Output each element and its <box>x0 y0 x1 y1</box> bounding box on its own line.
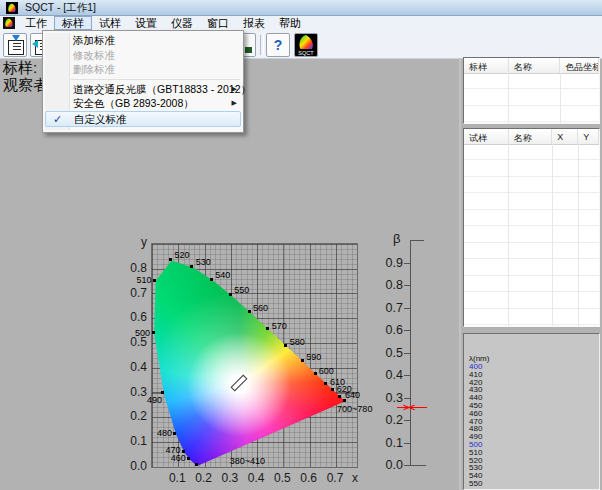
sqct-logo-icon: SQCT <box>295 34 317 56</box>
x-tick-label: 0.1 <box>167 471 187 485</box>
menu-item-5[interactable]: 窗口 <box>200 16 236 30</box>
menu-item-0[interactable]: 工作 <box>18 16 54 30</box>
wavelength-label: 530 <box>196 257 211 267</box>
wavelength-item: 530 <box>464 464 599 472</box>
window-title: SQCT - [工作1] <box>25 1 96 15</box>
locus-point-dot <box>195 463 198 466</box>
beta-tick-mark <box>404 353 410 354</box>
y-tick-label: 0.3 <box>128 385 147 399</box>
beta-tick-mark <box>404 465 410 466</box>
wavelength-label: 520 <box>175 250 190 260</box>
standard-table-body[interactable] <box>464 73 599 123</box>
column-header-2[interactable]: 色品坐标 <box>560 58 599 73</box>
beta-tick-mark <box>404 443 410 444</box>
locus-point-dot <box>301 359 304 362</box>
y-tick-label: 0.4 <box>128 360 147 374</box>
beta-tick-label: 0.9 <box>383 256 403 270</box>
locus-point-dot <box>190 265 193 268</box>
wavelength-label: 640 <box>345 390 360 400</box>
x-tick-label: 0.7 <box>325 471 345 485</box>
x-tick-label: 0.2 <box>194 471 214 485</box>
wavelength-label: 490 <box>147 395 162 405</box>
column-line <box>508 144 509 326</box>
wavelength-item: 520 <box>464 457 599 465</box>
column-header-0[interactable]: 标样 <box>464 58 509 73</box>
dropdown-item-4[interactable]: 道路交通反光膜（GBT18833 - 2012）▶ <box>43 82 243 97</box>
column-header-1[interactable]: 名称 <box>509 129 553 144</box>
cyan-left-arrow-icon <box>32 40 38 48</box>
locus-point-dot <box>169 258 172 261</box>
wavelength-label: 560 <box>253 303 268 313</box>
menu-separator <box>71 79 240 80</box>
add-standard-button[interactable] <box>3 33 27 57</box>
wavelength-label: 580 <box>290 337 305 347</box>
menu-item-2[interactable]: 试样 <box>92 16 128 30</box>
x-tick-label: 0.5 <box>272 471 292 485</box>
dropdown-item-2: 删除标准 <box>43 62 243 77</box>
column-line <box>560 73 561 123</box>
beta-axis-line <box>410 240 411 465</box>
x-tick-label: 0.4 <box>246 471 266 485</box>
wavelength-item: 420 <box>464 379 599 387</box>
blue-down-arrow-icon <box>12 35 20 41</box>
wavelength-item: 430 <box>464 386 599 394</box>
menu-item-4[interactable]: 仪器 <box>164 16 200 30</box>
sample-table: 试样名称XY <box>463 128 600 327</box>
wavelength-item: 460 <box>464 410 599 418</box>
beta-tick-mark <box>404 375 410 376</box>
panel-splitter[interactable] <box>459 58 461 490</box>
submenu-arrow-icon: ▶ <box>232 96 237 111</box>
dropdown-item-0[interactable]: 添加标准 <box>43 33 243 48</box>
locus-point-dot <box>229 293 232 296</box>
locus-point-dot <box>210 278 213 281</box>
spectrum-panel: λ(nm) 4004104204304404504604704804905005… <box>463 333 600 490</box>
beta-tick-label: 0.3 <box>383 391 403 405</box>
standard-table: 标样名称色品坐标 <box>463 57 600 124</box>
locus-point-dot <box>284 344 287 347</box>
locus-point-dot <box>173 432 176 435</box>
column-header-3[interactable]: Y <box>578 129 599 144</box>
locus-point-dot <box>153 279 156 282</box>
wavelength-item: 540 <box>464 472 599 480</box>
column-line <box>552 144 553 326</box>
wavelength-item: 470 <box>464 418 599 426</box>
wavelength-label: 380~410 <box>230 456 265 466</box>
sqct-logo-text: SQCT <box>298 50 314 56</box>
list-document-icon <box>8 40 24 55</box>
x-tick-label: 0.3 <box>220 471 240 485</box>
sample-table-body[interactable] <box>464 144 599 326</box>
y-tick-label: 0.7 <box>128 286 147 300</box>
menu-item-7[interactable]: 帮助 <box>272 16 308 30</box>
locus-point-dot <box>338 395 341 398</box>
sqct-logo-button[interactable]: SQCT <box>294 33 318 57</box>
beta-tick-label: 0.0 <box>383 458 403 472</box>
mdi-child-icon[interactable] <box>3 17 15 29</box>
dropdown-item-5[interactable]: 安全色（GB 2893-2008）▶ <box>43 96 243 111</box>
menu-item-3[interactable]: 设置 <box>128 16 164 30</box>
help-button[interactable]: ? <box>266 33 290 57</box>
y-tick-label: 0.2 <box>128 409 147 423</box>
app-icon <box>6 2 18 14</box>
wavelength-label: 510 <box>137 275 152 285</box>
locus-point-dot <box>266 327 269 330</box>
beta-axis-top-cap <box>410 240 424 241</box>
wavelength-label: 550 <box>234 285 249 295</box>
column-header-2[interactable]: X <box>552 129 578 144</box>
wavelength-item: 440 <box>464 394 599 402</box>
menu-item-6[interactable]: 报表 <box>236 16 272 30</box>
sample-table-header: 试样名称XY <box>464 129 599 145</box>
menu-item-1[interactable]: 标样 <box>54 16 92 30</box>
column-header-0[interactable]: 试样 <box>464 129 509 144</box>
beta-tick-mark <box>404 330 410 331</box>
wavelength-label: 700~780 <box>337 404 372 414</box>
wavelength-label: 540 <box>215 270 230 280</box>
beta-tick-label: 0.5 <box>383 346 403 360</box>
column-line <box>508 73 509 123</box>
locus-point-dot <box>343 399 346 402</box>
locus-point-dot <box>314 372 317 375</box>
help-icon: ? <box>267 34 289 56</box>
dropdown-item-6[interactable]: 自定义标准✓ <box>45 111 241 127</box>
y-tick-label: 0.0 <box>128 459 147 473</box>
column-header-1[interactable]: 名称 <box>509 58 561 73</box>
chart-grid <box>151 243 358 468</box>
